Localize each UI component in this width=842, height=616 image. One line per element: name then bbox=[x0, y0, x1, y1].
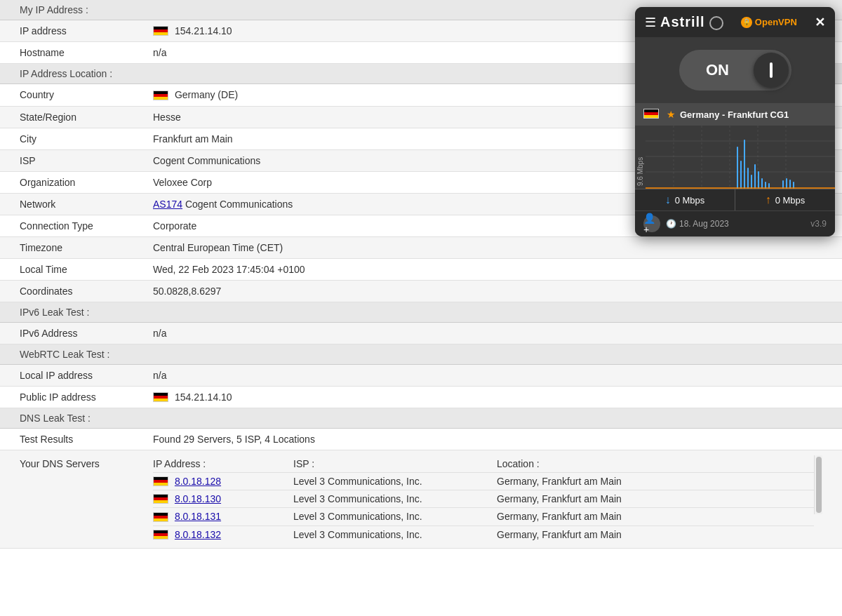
vpn-footer-left: 👤+ 🕐 18. Aug 2023 bbox=[643, 215, 729, 232]
local-time-label: Local Time bbox=[20, 264, 153, 275]
ipv6-address-value: n/a bbox=[153, 328, 822, 339]
dns-flag-icon-4 bbox=[153, 530, 168, 540]
dns-loc-1: Germany, Frankfurt am Main bbox=[497, 476, 814, 487]
download-arrow-icon: ↓ bbox=[665, 194, 671, 206]
dns-loc-3: Germany, Frankfurt am Main bbox=[497, 511, 814, 522]
local-ip-value: n/a bbox=[153, 370, 822, 381]
ipv6-address-label: IPv6 Address bbox=[20, 328, 153, 339]
vpn-date-value: 18. Aug 2023 bbox=[679, 219, 729, 229]
vpn-toggle-switch[interactable]: ON bbox=[679, 50, 791, 91]
dns-ip-link-3[interactable]: 8.0.18.131 bbox=[175, 511, 221, 522]
coordinates-row: Coordinates 50.0828,8.6297 bbox=[0, 281, 842, 302]
vpn-server-flag-icon bbox=[643, 109, 659, 119]
public-ip-flag-icon bbox=[153, 392, 168, 402]
webrtc-section-header: WebRTC Leak Test : bbox=[0, 344, 842, 365]
dns-loc-2: Germany, Frankfurt am Main bbox=[497, 493, 814, 504]
ip-location-title: IP Address Location : bbox=[20, 68, 112, 79]
vpn-close-button[interactable]: ✕ bbox=[815, 15, 825, 30]
dns-loc-4: Germany, Frankfurt am Main bbox=[497, 529, 814, 540]
dns-table-row: 8.0.18.131 Level 3 Communications, Inc. … bbox=[153, 507, 814, 525]
dns-section-header: DNS Leak Test : bbox=[0, 408, 842, 429]
webrtc-title: WebRTC Leak Test : bbox=[20, 349, 109, 360]
city-label: City bbox=[20, 133, 153, 145]
vpn-date-time: 🕐 18. Aug 2023 bbox=[666, 219, 729, 229]
dns-ip-4: 8.0.18.132 bbox=[153, 529, 293, 540]
vpn-server-row[interactable]: ★ Germany - Frankfurt CG1 bbox=[635, 103, 835, 126]
coordinates-label: Coordinates bbox=[20, 286, 153, 297]
vpn-globe-icon bbox=[709, 16, 723, 30]
svg-rect-19 bbox=[786, 178, 787, 189]
vpn-title: Astrill bbox=[660, 14, 705, 30]
vpn-clock-icon: 🕐 bbox=[666, 219, 676, 229]
vpn-header: ☰ Astrill 🔒 OpenVPN ✕ bbox=[635, 7, 835, 37]
dns-ip-3: 8.0.18.131 bbox=[153, 511, 293, 522]
vpn-chart-label: 9.6 Mbps bbox=[635, 126, 646, 189]
local-time-value: Wed, 22 Feb 2023 17:45:04 +0100 bbox=[153, 264, 822, 275]
vpn-speed-down-value: 0 Mbps bbox=[675, 195, 705, 206]
dns-ip-link-1[interactable]: 8.0.18.128 bbox=[175, 476, 221, 487]
vpn-add-user-icon[interactable]: 👤+ bbox=[643, 215, 660, 232]
svg-rect-13 bbox=[754, 164, 756, 189]
vpn-toggle-knob bbox=[754, 53, 789, 88]
public-ip-row: Public IP address 154.21.14.10 bbox=[0, 387, 842, 408]
svg-rect-12 bbox=[751, 175, 752, 189]
hostname-label: Hostname bbox=[20, 47, 153, 58]
dns-isp-2: Level 3 Communications, Inc. bbox=[293, 493, 497, 504]
dns-servers-label: Your DNS Servers bbox=[20, 455, 153, 469]
dns-flag-icon-3 bbox=[153, 512, 168, 522]
vpn-server-name: Germany - Frankfurt CG1 bbox=[680, 109, 827, 120]
org-label: Organization bbox=[20, 177, 153, 188]
flag-icon bbox=[153, 26, 168, 36]
vpn-protocol-icon: 🔒 bbox=[741, 17, 752, 28]
vpn-widget: ☰ Astrill 🔒 OpenVPN ✕ ON ★ Germany - Fra… bbox=[635, 7, 835, 236]
vpn-menu-icon[interactable]: ☰ bbox=[645, 15, 656, 30]
dns-ip-1: 8.0.18.128 bbox=[153, 476, 293, 487]
ip-address-label: IP address bbox=[20, 25, 153, 36]
vpn-toggle-label: ON bbox=[682, 61, 754, 79]
local-time-row: Local Time Wed, 22 Feb 2023 17:45:04 +01… bbox=[0, 259, 842, 281]
public-ip-value: 154.21.14.10 bbox=[153, 391, 822, 403]
ipv6-title: IPv6 Leak Test : bbox=[20, 307, 89, 318]
vpn-protocol-label: OpenVPN bbox=[755, 17, 797, 27]
scrollbar-thumb bbox=[816, 457, 822, 513]
vpn-speed-up-value: 0 Mbps bbox=[775, 195, 806, 206]
svg-rect-10 bbox=[744, 140, 745, 189]
vpn-chart-svg bbox=[646, 126, 835, 189]
dns-isp-3: Level 3 Communications, Inc. bbox=[293, 511, 497, 522]
dns-ip-link-4[interactable]: 8.0.18.132 bbox=[175, 529, 221, 540]
dns-table-row: 8.0.18.130 Level 3 Communications, Inc. … bbox=[153, 490, 814, 507]
vpn-star-icon: ★ bbox=[667, 109, 676, 120]
test-results-value: Found 29 Servers, 5 ISP, 4 Locations bbox=[153, 434, 822, 445]
scrollbar[interactable] bbox=[814, 455, 822, 514]
country-flag-icon bbox=[153, 91, 168, 100]
network-label: Network bbox=[20, 199, 153, 210]
network-link[interactable]: AS174 bbox=[153, 199, 182, 210]
dns-flag-icon-2 bbox=[153, 494, 168, 504]
dns-servers-value: IP Address : ISP : Location : 8.0.18.128… bbox=[153, 455, 814, 543]
dns-table-row: 8.0.18.128 Level 3 Communications, Inc. … bbox=[153, 472, 814, 490]
vpn-chart-canvas bbox=[646, 126, 835, 189]
vpn-speed-download: ↓ 0 Mbps bbox=[635, 189, 735, 210]
connection-type-label: Connection Type bbox=[20, 220, 153, 232]
dns-table-header: IP Address : ISP : Location : bbox=[153, 455, 814, 472]
svg-rect-11 bbox=[747, 168, 749, 189]
dns-isp-1: Level 3 Communications, Inc. bbox=[293, 476, 497, 487]
svg-rect-9 bbox=[740, 161, 742, 189]
dns-title: DNS Leak Test : bbox=[20, 413, 91, 424]
svg-rect-18 bbox=[782, 180, 784, 189]
vpn-footer: 👤+ 🕐 18. Aug 2023 v3.9 bbox=[635, 210, 835, 236]
public-ip-label: Public IP address bbox=[20, 391, 153, 403]
dns-ip-link-2[interactable]: 8.0.18.130 bbox=[175, 493, 221, 504]
my-ip-title: My IP Address : bbox=[20, 4, 88, 15]
dns-servers-row: Your DNS Servers IP Address : ISP : Loca… bbox=[0, 450, 842, 549]
timezone-label: Timezone bbox=[20, 242, 153, 253]
test-results-label: Test Results bbox=[20, 434, 153, 445]
dns-header-location: Location : bbox=[497, 458, 814, 469]
isp-label: ISP bbox=[20, 155, 153, 166]
svg-rect-8 bbox=[737, 147, 738, 189]
test-results-row: Test Results Found 29 Servers, 5 ISP, 4 … bbox=[0, 429, 842, 450]
state-label: State/Region bbox=[20, 112, 153, 123]
dns-table: IP Address : ISP : Location : 8.0.18.128… bbox=[153, 455, 814, 543]
local-ip-label: Local IP address bbox=[20, 370, 153, 381]
dns-ip-2: 8.0.18.130 bbox=[153, 493, 293, 504]
